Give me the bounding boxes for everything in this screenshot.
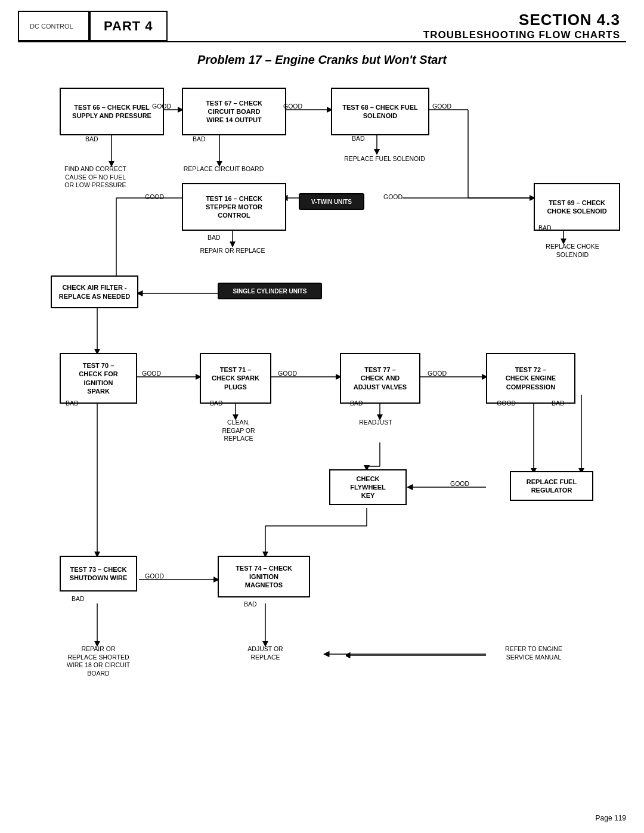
bad-test16-label: BAD (208, 234, 221, 241)
vtwin-label: V-TWIN UNITS (299, 193, 364, 210)
test74-box: TEST 74 – CHECKIGNITIONMAGNETOS (218, 556, 310, 597)
dc-control-label: DC CONTROL (30, 23, 78, 30)
good-vtwin-label: GOOD (383, 193, 402, 200)
air-filter-box: CHECK AIR FILTER -REPLACE AS NEEDED (51, 275, 138, 308)
test16-box: TEST 16 – CHECKSTEPPER MOTORCONTROL (182, 183, 286, 231)
test67-box: TEST 67 – CHECKCIRCUIT BOARDWIRE 14 OUTP… (182, 88, 286, 135)
bad-74: BAD (244, 600, 257, 608)
page-title: Problem 17 – Engine Cranks but Won't Sta… (0, 53, 644, 67)
flywheel-box: CHECKFLYWHEELKEY (329, 469, 407, 505)
bad-72: BAD (552, 400, 565, 407)
page-header: DC CONTROL PART 4 SECTION 4.3 TROUBLESHO… (18, 11, 626, 42)
good-73-74: GOOD (145, 572, 164, 580)
replace-choke-label: REPLACE CHOKESOLENOID (534, 243, 611, 259)
bad-70: BAD (66, 400, 79, 407)
bad-71: BAD (210, 400, 223, 407)
good-test16-label: GOOD (145, 193, 164, 200)
test71-box: TEST 71 –CHECK SPARKPLUGS (200, 353, 271, 404)
header-dc-section: DC CONTROL (18, 11, 89, 41)
test66-box: TEST 66 – CHECK FUEL SUPPLY AND PRESSURE (60, 88, 164, 135)
section-label: SECTION 4.3 (519, 11, 620, 29)
header-part-label: PART 4 (89, 11, 168, 41)
good-77-72: GOOD (428, 370, 447, 377)
page-number: Page 119 (596, 814, 626, 822)
replace-circuit-label: REPLACE CIRCUIT BOARD (176, 165, 271, 174)
bad-label-67: BAD (193, 135, 206, 143)
good-label-66-67: GOOD (152, 103, 171, 110)
repair-shorted-label: REPAIR ORREPLACE SHORTEDWIRE 18 OR CIRCU… (51, 645, 146, 678)
refer-arrow (346, 651, 486, 660)
bad-label-68: BAD (352, 135, 365, 142)
clean-regap-label: CLEAN,REGAP ORREPLACE (206, 419, 271, 443)
good-70-71: GOOD (142, 370, 161, 377)
bad-test69-label: BAD (538, 224, 552, 231)
adjust-replace-label: ADJUST ORREPLACE (233, 645, 298, 661)
test70-box: TEST 70 –CHECK FORIGNITIONSPARK (60, 353, 137, 404)
test72-box: TEST 72 –CHECK ENGINECOMPRESSION (486, 353, 575, 404)
good-fuel-reg: GOOD (450, 480, 469, 487)
section-sub-label: TROUBLESHOOTING FLOW CHARTS (423, 29, 620, 41)
flowchart: TEST 66 – CHECK FUEL SUPPLY AND PRESSURE… (15, 73, 629, 806)
test77-box: TEST 77 –CHECK ANDADJUST VALVES (340, 353, 420, 404)
bad-77: BAD (350, 400, 363, 407)
bad-label-66: BAD (85, 135, 98, 143)
replace-fuel-sol-label: REPLACE FUEL SOLENOID (334, 155, 435, 163)
find-correct-label: FIND AND CORRECTCAUSE OF NO FUELOR LOW P… (51, 165, 140, 190)
good-label-67-68: GOOD (283, 103, 302, 110)
good-71-77: GOOD (278, 370, 297, 377)
repair-replace-label: REPAIR OR REPLACE (194, 247, 271, 255)
replace-fuel-reg-box: REPLACE FUELREGULATOR (510, 471, 593, 501)
header-right: SECTION 4.3 TROUBLESHOOTING FLOW CHARTS (168, 11, 626, 41)
test73-box: TEST 73 – CHECKSHUTDOWN WIRE (60, 556, 137, 592)
single-label: SINGLE CYLINDER UNITS (218, 283, 322, 299)
test68-box: TEST 68 – CHECK FUEL SOLENOID (331, 88, 429, 135)
refer-engine-label: REFER TO ENGINESERVICE MANUAL (486, 645, 581, 661)
test69-box: TEST 69 – CHECK CHOKE SOLENOID (534, 183, 620, 231)
readjust-label: READJUST (352, 419, 400, 427)
good-72: GOOD (497, 400, 516, 407)
bad-73: BAD (72, 595, 85, 602)
good-label-68: GOOD (432, 103, 451, 110)
